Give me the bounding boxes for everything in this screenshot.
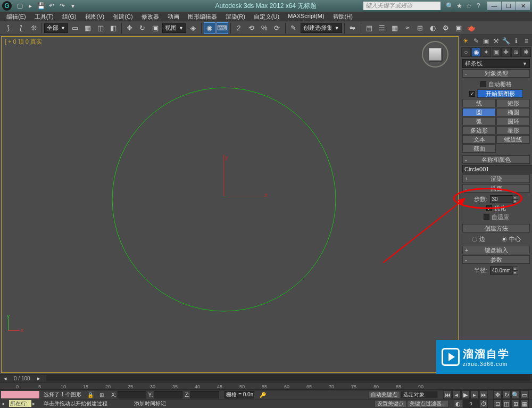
undo-icon[interactable]: ↶ xyxy=(47,2,56,10)
time-input[interactable]: 0 xyxy=(463,399,479,408)
align-icon[interactable]: ▤ xyxy=(363,22,375,34)
btn-circle[interactable]: 圆 xyxy=(462,108,496,116)
redo-icon[interactable]: ↷ xyxy=(57,2,67,10)
menu-views[interactable]: 视图(V) xyxy=(81,12,109,21)
rollout-name-color[interactable]: -名称和颜色 xyxy=(462,155,530,164)
pivot-icon[interactable]: ◈ xyxy=(187,22,199,34)
app-logo[interactable]: G xyxy=(2,1,12,11)
viewcube[interactable] xyxy=(422,41,448,68)
rollout-rendering[interactable]: +渲染 xyxy=(462,174,530,183)
btn-helix[interactable]: 螺旋线 xyxy=(496,135,530,144)
menu-rendering[interactable]: 渲染(R) xyxy=(221,12,250,21)
help-search[interactable]: 键入关键字或短语 xyxy=(363,2,440,10)
key-icon[interactable]: 🔑 xyxy=(260,392,268,398)
btn-arc[interactable]: 弧 xyxy=(462,117,496,126)
select-move-icon[interactable]: ✥ xyxy=(124,22,136,34)
key-mode-icon[interactable]: ◐ xyxy=(454,399,462,408)
radius-input[interactable] xyxy=(490,267,512,274)
arc-rotate-icon[interactable]: ↻ xyxy=(502,390,511,399)
menu-customize[interactable]: 自定义(U) xyxy=(250,12,284,21)
menu-edit[interactable]: 编辑(E) xyxy=(2,12,30,21)
selected-obj-box[interactable]: 选定对象 xyxy=(401,391,438,398)
binoculars-icon[interactable]: 🔍 xyxy=(446,2,453,10)
render-icon[interactable]: 🫖 xyxy=(466,22,477,34)
coords-icon[interactable]: ⊞ xyxy=(99,392,106,398)
btn-line[interactable]: 线 xyxy=(462,99,496,107)
keyboard-shortcut-icon[interactable]: ⌨ xyxy=(217,22,228,34)
prev-icon[interactable]: ◂ xyxy=(2,401,8,406)
selection-filter[interactable]: 全部▼ xyxy=(44,23,68,33)
autogrid-checkbox[interactable] xyxy=(480,81,486,87)
max-toggle-icon[interactable]: ⊞ xyxy=(511,399,520,408)
menu-grapheditor[interactable]: 图形编辑器 xyxy=(184,12,221,21)
spinner-snap-icon[interactable]: ⟳ xyxy=(271,22,283,34)
rollout-interpolation[interactable]: -插值 xyxy=(462,184,530,193)
menu-tools[interactable]: 工具(T) xyxy=(30,12,58,21)
box-icon[interactable]: ▣ xyxy=(481,36,491,45)
lock-icon[interactable]: 🔒 xyxy=(87,391,94,398)
edit-named-sel-icon[interactable]: ✎ xyxy=(288,22,300,34)
rollout-parameters[interactable]: -参数 xyxy=(462,255,530,264)
snap-percent-icon[interactable]: % xyxy=(259,22,270,34)
menu-animation[interactable]: 动画 xyxy=(163,12,184,21)
select-rotate-icon[interactable]: ↻ xyxy=(137,22,148,34)
btn-donut[interactable]: 圆环 xyxy=(496,117,530,126)
tab-spacewarps-icon[interactable]: ≋ xyxy=(511,47,521,57)
time-config-icon[interactable]: ⏱ xyxy=(479,399,488,408)
qat-more-icon[interactable]: ▾ xyxy=(68,2,78,10)
goto-end-icon[interactable]: ⏭ xyxy=(479,390,488,399)
tab-helpers-icon[interactable]: ✚ xyxy=(501,47,511,57)
x-input[interactable] xyxy=(118,391,146,398)
adaptive-checkbox[interactable] xyxy=(484,214,489,220)
bind-icon[interactable]: ❊ xyxy=(28,22,39,34)
rollout-object-type[interactable]: -对象类型 xyxy=(462,69,530,78)
tab-lights-icon[interactable]: ✦ xyxy=(481,47,491,57)
radius-down-icon[interactable]: ▼ xyxy=(512,271,518,275)
min-toggle-icon[interactable]: ▦ xyxy=(520,399,529,408)
btn-rectangle[interactable]: 矩形 xyxy=(496,99,530,107)
startnew-checkbox[interactable]: ✓ xyxy=(469,91,475,97)
fov-icon[interactable]: ▭ xyxy=(520,390,529,399)
radius-up-icon[interactable]: ▲ xyxy=(512,267,518,271)
start-new-shape-button[interactable]: 开始新图形 xyxy=(477,89,523,98)
hammer-icon[interactable]: ⚒ xyxy=(492,36,501,45)
select-scale-icon[interactable]: ▣ xyxy=(149,22,161,34)
wrench-icon[interactable]: 🔧 xyxy=(502,36,511,45)
tab-cameras-icon[interactable]: ▣ xyxy=(492,47,501,57)
info-icon[interactable]: ℹ xyxy=(512,36,521,45)
autokey-button[interactable]: 自动关键点 xyxy=(368,391,400,398)
btn-star[interactable]: 星形 xyxy=(496,126,530,135)
more-icon[interactable]: ≡ xyxy=(522,36,531,45)
btn-ngon[interactable]: 多边形 xyxy=(462,126,496,135)
maximize-button[interactable]: ☐ xyxy=(502,2,516,10)
new-icon[interactable]: ▢ xyxy=(15,2,24,10)
time-end-icon[interactable]: ▸ xyxy=(34,375,44,382)
snap-angle-icon[interactable]: ⟲ xyxy=(246,22,257,34)
sun-icon[interactable]: ☀ xyxy=(461,36,470,45)
curve-editor-icon[interactable]: ≈ xyxy=(402,22,413,34)
steps-up-icon[interactable]: ▲ xyxy=(512,195,518,199)
render-frame-icon[interactable]: ▣ xyxy=(453,22,464,34)
zoom-icon[interactable]: 🔍 xyxy=(511,390,520,399)
rollout-creation-method[interactable]: -创建方法 xyxy=(462,224,530,232)
goto-start-icon[interactable]: ⏮ xyxy=(443,390,452,399)
select-manipulate-icon[interactable]: ◉ xyxy=(204,22,215,34)
play-icon[interactable]: ▶ xyxy=(461,390,470,399)
time-track[interactable] xyxy=(46,375,530,381)
center-radio[interactable] xyxy=(502,237,507,242)
minimize-button[interactable]: — xyxy=(487,2,501,10)
menu-modifiers[interactable]: 修改器 xyxy=(137,12,163,21)
render-setup-icon[interactable]: ⚙ xyxy=(440,22,452,34)
material-editor-icon[interactable]: ◐ xyxy=(427,22,439,34)
next-frame-icon[interactable]: ▸ xyxy=(470,390,479,399)
unlink-icon[interactable]: ⟅ xyxy=(15,22,27,34)
here-label[interactable]: 所在行: xyxy=(9,400,31,407)
mirror-icon[interactable]: ⇋ xyxy=(347,22,359,34)
pan-icon[interactable]: ✥ xyxy=(493,390,502,399)
prev-frame-icon[interactable]: ◂ xyxy=(452,390,461,399)
ribbon-icon[interactable]: ▦ xyxy=(389,22,401,34)
save-icon[interactable]: 💾 xyxy=(36,2,46,10)
next-icon[interactable]: ▸ xyxy=(32,401,39,406)
select-region-icon[interactable]: ◫ xyxy=(95,22,106,34)
steps-spinner[interactable]: ▲▼ xyxy=(490,195,518,203)
